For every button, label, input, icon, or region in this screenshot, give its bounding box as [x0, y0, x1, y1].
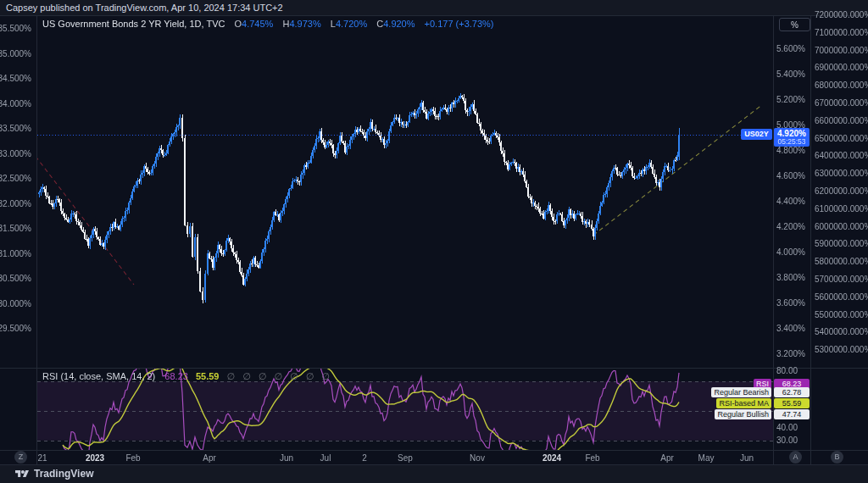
high-value: 4.973%: [289, 19, 320, 29]
close-value: 4.920%: [383, 19, 415, 29]
right-axis-b-tick: 6700000.000%: [815, 98, 868, 108]
right-axis-b-tick: 6500000.000%: [815, 134, 868, 143]
time-axis-tick: Jun: [740, 452, 754, 462]
main-price-chart[interactable]: [37, 15, 773, 368]
open-value: 4.745%: [242, 19, 273, 29]
time-axis-tick: 2023: [86, 452, 104, 462]
time-axis-tick: Feb: [125, 452, 140, 462]
rsi-pane-labels-chip: Regular Bearish: [711, 387, 771, 397]
rsi-ma-current-value: 55.59: [196, 371, 220, 381]
left-axis-tick: 35.500%: [0, 24, 31, 33]
left-axis-tick: 31.500%: [0, 224, 31, 233]
left-price-scale[interactable]: 35.500%35.000%34.500%34.000%33.500%33.00…: [0, 0, 34, 450]
right-axis-b-tick: 5500000.000%: [815, 310, 868, 319]
rsi-axis-tick: 30.00: [776, 436, 798, 445]
left-axis-tick: 34.000%: [0, 99, 31, 108]
time-axis-tick: 2: [362, 452, 367, 462]
right-axis-b-tick: 5800000.000%: [815, 257, 868, 266]
rsi-axis-chips-chip: 62.78: [774, 387, 810, 397]
close-label: C: [376, 19, 383, 29]
right-axis-b-tick: 5300000.000%: [815, 345, 868, 354]
time-axis-tick: Apr: [203, 452, 216, 462]
time-axis-tick: May: [698, 452, 715, 462]
time-axis-tick: Jul: [320, 452, 331, 462]
time-axis-tick: 2024: [542, 452, 561, 462]
left-axis-tick: 30.500%: [0, 274, 31, 283]
brand-name: TradingView: [34, 468, 93, 480]
change-value: +0.177 (+3.73%): [425, 19, 494, 29]
left-axis-tick: 32.500%: [0, 174, 31, 183]
publish-header: Capsey published on TradingView.com, Apr…: [0, 0, 868, 15]
right-scale-b-divider: [810, 15, 811, 464]
right-axis-b-tick: 6400000.000%: [815, 151, 868, 160]
right-axis-b-tick: 6800000.000%: [815, 80, 868, 90]
tradingview-logo-link[interactable]: TradingView: [15, 468, 93, 480]
scale-b-button[interactable]: B: [831, 451, 843, 464]
left-axis-tick: 32.000%: [0, 199, 31, 208]
rsi-axis-chips-chip: 55.59: [774, 398, 810, 408]
open-label: O: [234, 19, 242, 29]
left-axis-tick: 31.000%: [0, 249, 31, 258]
time-axis-tick: 21: [37, 452, 47, 462]
tradingview-logo-icon: [15, 469, 29, 480]
time-scale[interactable]: 212023FebAprJunJul2SepNov2024FebAprMayJu…: [0, 450, 868, 464]
footer: [0, 465, 868, 483]
rsi-legend: RSI (14, close, SMA, 14, 2) 68.23 55.59 …: [42, 371, 332, 382]
left-axis-tick: 33.500%: [0, 124, 31, 133]
right-axis-b-tick: 5400000.000%: [815, 327, 868, 336]
left-scale-divider: [36, 15, 37, 464]
time-axis-tick: Feb: [585, 452, 599, 462]
left-axis-tick: 29.500%: [0, 324, 31, 333]
rsi-settings: RSI (14, close, SMA, 14, 2): [42, 371, 155, 381]
right-axis-b-tick: 6100000.000%: [815, 204, 868, 214]
time-axis-tick: Nov: [470, 452, 485, 462]
left-axis-tick: 35.000%: [0, 49, 31, 58]
header-divider: [0, 15, 868, 16]
left-axis-tick: 30.000%: [0, 299, 31, 308]
last-price-axis-chip: 4.920% 05:25:53: [774, 128, 810, 147]
pane-divider[interactable]: [0, 368, 868, 369]
symbol-legend: US Government Bonds 2 YR Yield, 1D, TVC …: [42, 19, 494, 29]
right-axis-b-tick: 6300000.000%: [815, 169, 868, 178]
rsi-axis-tick: 40.00: [776, 423, 798, 432]
rsi-pane-labels-chip: Regular Bullish: [715, 409, 771, 419]
time-axis-tick: Sep: [398, 452, 413, 462]
symbol-price-flag: US02Y: [741, 129, 772, 140]
right-axis-b-tick: 5700000.000%: [815, 275, 868, 284]
rsi-pane-labels-chip: RSI-based MA: [716, 398, 771, 408]
tradingview-snapshot: Capsey published on TradingView.com, Apr…: [0, 0, 868, 483]
rsi-axis-tick: 80.00: [776, 366, 798, 375]
right-axis-b-tick: 5600000.000%: [815, 292, 868, 302]
time-axis-tick: Apr: [660, 452, 674, 462]
right-axis-b-tick: 6200000.000%: [815, 186, 868, 196]
time-axis-tick: Jun: [280, 452, 293, 462]
right-axis-b-tick: 7100000.000%: [815, 28, 868, 37]
low-value: 4.720%: [336, 19, 367, 29]
timezone-button[interactable]: Z: [14, 451, 27, 464]
rsi-current-value: 68.23: [164, 371, 188, 381]
rsi-axis-chips-chip: 47.74: [774, 409, 810, 419]
symbol-title: US Government Bonds 2 YR Yield, 1D, TVC: [42, 19, 225, 29]
right-axis-b-tick: 6000000.000%: [815, 222, 868, 231]
right-axis-b-tick: 7000000.000%: [815, 46, 868, 55]
scale-a-button[interactable]: A: [789, 451, 802, 464]
left-axis-tick: 34.500%: [0, 74, 31, 83]
right-axis-b-tick: 6600000.000%: [815, 116, 868, 125]
far-right-price-scale[interactable]: 7200000.000%7100000.000%7000000.000%6900…: [815, 0, 867, 450]
right-axis-b-tick: 6900000.000%: [815, 63, 868, 72]
right-axis-b-tick: 7200000.000%: [815, 10, 868, 19]
right-axis-b-tick: 5900000.000%: [815, 239, 868, 248]
bar-countdown: 05:25:53: [774, 138, 810, 146]
percent-scale-button[interactable]: %: [779, 18, 810, 31]
rsi-null-values: ∅ ∅ ∅ ∅ ∅ ∅ ∅: [227, 371, 332, 381]
left-axis-tick: 33.000%: [0, 149, 31, 158]
